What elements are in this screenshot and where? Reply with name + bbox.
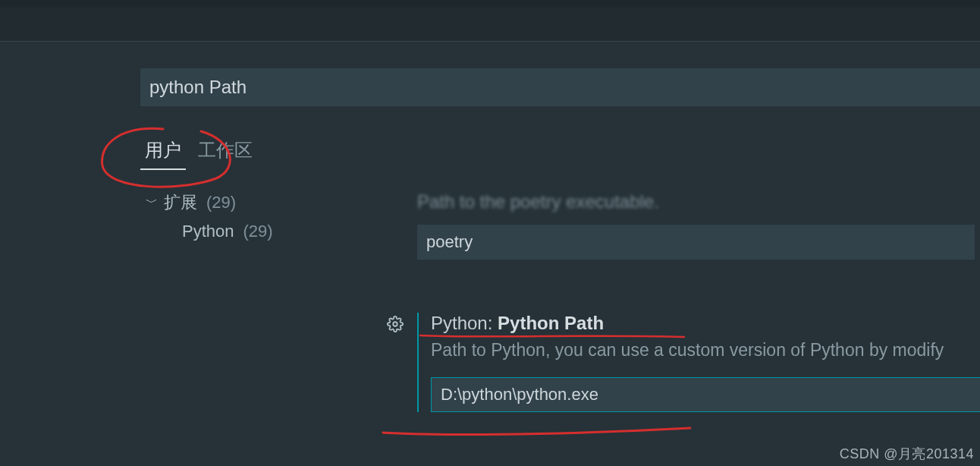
settings-search-wrap (140, 68, 980, 106)
annotation-underline-input (379, 423, 705, 442)
setting-title: Python: Python Path (431, 313, 980, 334)
settings-search-input[interactable] (140, 68, 980, 106)
tab-workspace[interactable]: 工作区 (193, 135, 257, 170)
toc-python-label: Python (182, 222, 234, 241)
setting-name: Python Path (498, 313, 604, 333)
settings-toc: ﹀ 扩展 (29) Python (29) (137, 191, 410, 412)
prev-setting-description: Path to the poetry executable. (417, 191, 980, 213)
setting-group: Python: (431, 313, 498, 333)
toc-extensions-count: (29) (206, 193, 236, 213)
settings-editor: 用户 工作区 ﹀ 扩展 (29) Python (29) Path to the… (0, 42, 980, 412)
chevron-down-icon: ﹀ (146, 195, 158, 211)
title-bar-remnant (0, 0, 980, 8)
svg-point-0 (393, 322, 397, 326)
settings-body: ﹀ 扩展 (29) Python (29) Path to the poetry… (137, 191, 980, 412)
gear-icon (387, 316, 404, 332)
toc-extensions[interactable]: ﹀ 扩展 (29) (146, 191, 410, 214)
toc-extensions-label: 扩展 (164, 191, 197, 214)
settings-tabs: 用户 工作区 (137, 135, 980, 170)
setting-description: Path to Python, you can use a custom ver… (431, 340, 980, 361)
setting-gear-button[interactable] (387, 316, 404, 335)
tab-user[interactable]: 用户 (140, 135, 186, 170)
setting-python-path: Python: Python Path Path to Python, you … (417, 313, 980, 412)
python-path-input[interactable] (431, 377, 980, 412)
toc-python[interactable]: Python (29) (146, 222, 410, 241)
watermark: CSDN @月亮201314 (840, 445, 974, 463)
tab-bar (0, 8, 980, 42)
poetry-path-input[interactable] (417, 225, 975, 260)
toc-python-count: (29) (243, 222, 273, 241)
settings-list: Path to the poetry executable. Python: P… (410, 191, 980, 412)
